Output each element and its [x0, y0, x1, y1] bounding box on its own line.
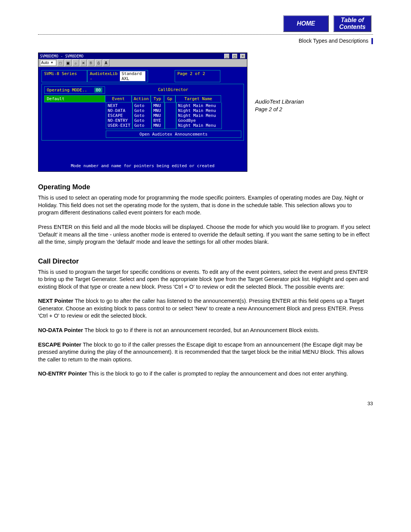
paragraph: This is used to select an operating mode… [38, 194, 373, 217]
col-gp: Gp [164, 95, 175, 102]
toolbar-icon: ⎘ [88, 59, 94, 66]
operating-mode-field: Operating MODE.. 00 [44, 86, 105, 94]
col-action: Action [132, 95, 151, 102]
breadcrumb-marker [371, 38, 373, 44]
minimize-icon: _ [224, 54, 229, 59]
noentry-pointer-label: NO-ENTRY Pointer [38, 371, 87, 377]
toolbar-icon: ⌕ [72, 59, 79, 66]
toolbar-icon: □ [57, 59, 64, 66]
col-target: Target Name [175, 95, 221, 102]
maximize-icon: □ [232, 54, 237, 59]
terminal-body: SVMi-8 Series AudiotexLib - Standard AXL… [38, 67, 247, 171]
home-label: HOME [297, 20, 315, 27]
paragraph: Press ENTER on this field and all the mo… [38, 224, 373, 246]
next-pointer-label: NEXT Pointer [38, 298, 73, 304]
series-label: SVMi-8 Series [41, 70, 87, 82]
gp-col-body [165, 102, 176, 129]
paragraph: ESCAPE Pointer The block to go to if the… [38, 341, 373, 364]
breadcrumb: Block Types and Descriptions [38, 38, 373, 44]
paragraph: This is used to program the target for s… [38, 268, 373, 291]
col-typ: Typ [151, 95, 164, 102]
toc-label: Table ofContents [339, 17, 365, 30]
heading-operating-mode: Operating Mode [38, 183, 373, 191]
col-event: Event [105, 95, 132, 102]
toolbar-icon: A [103, 59, 110, 66]
caption-subtitle: Page 2 of 2 [255, 106, 373, 112]
close-icon: × [240, 54, 245, 59]
home-button[interactable]: HOME [283, 15, 329, 32]
toolbar-icon: ✕ [80, 59, 87, 66]
announcements-bar: Open Audiotex Announcements [106, 131, 241, 138]
typ-col-body: MNU MNU MNU BYE MNU [151, 102, 165, 129]
lib-field: AudiotexLib - Standard AXL [87, 70, 148, 82]
toolbar-icon: ⎙ [95, 59, 102, 66]
event-col-body: NEXT NO-DATA ESCAPE NO-ENTRY USER-EXIT [106, 102, 132, 129]
toolbar-icon: ▣ [65, 59, 72, 66]
nodata-pointer-label: NO-DATA Pointer [38, 327, 83, 333]
toc-button[interactable]: Table ofContents [333, 15, 371, 32]
window-toolbar: Auto▼ □ ▣ ⌕ ✕ ⎘ ⎙ A [38, 59, 247, 67]
toolbar-mode-select: Auto▼ [40, 60, 56, 66]
paragraph: NEXT Pointer The block to go to after th… [38, 297, 373, 320]
mode-name: Default [44, 95, 105, 102]
window-title: SVM8DEMO - SVM8DEMO [40, 54, 83, 58]
target-col-body: Night Main Menu Night Main Menu Night Ma… [176, 102, 222, 129]
page-indicator: Page 2 of 2 [175, 70, 220, 82]
window-controls: _ □ × [224, 54, 245, 59]
action-col-body: Goto Goto Goto Goto Goto [132, 102, 151, 129]
divider [38, 34, 373, 35]
window-title-bar: SVM8DEMO - SVM8DEMO _ □ × [38, 53, 247, 59]
page-number: 33 [38, 401, 373, 406]
status-line: Mode number and name for pointers being … [41, 163, 244, 168]
section-title: CallDirector [105, 86, 241, 94]
paragraph: NO-ENTRY Pointer This is the block to go… [38, 370, 373, 378]
caption-title: AudioText Librarian [255, 98, 373, 105]
terminal-screenshot: SVM8DEMO - SVM8DEMO _ □ × Auto▼ □ ▣ ⌕ ✕ … [38, 53, 247, 172]
heading-call-director: Call Director [38, 257, 373, 265]
paragraph: NO-DATA Pointer The block to go to if th… [38, 327, 373, 334]
escape-pointer-label: ESCAPE Pointer [38, 342, 81, 348]
